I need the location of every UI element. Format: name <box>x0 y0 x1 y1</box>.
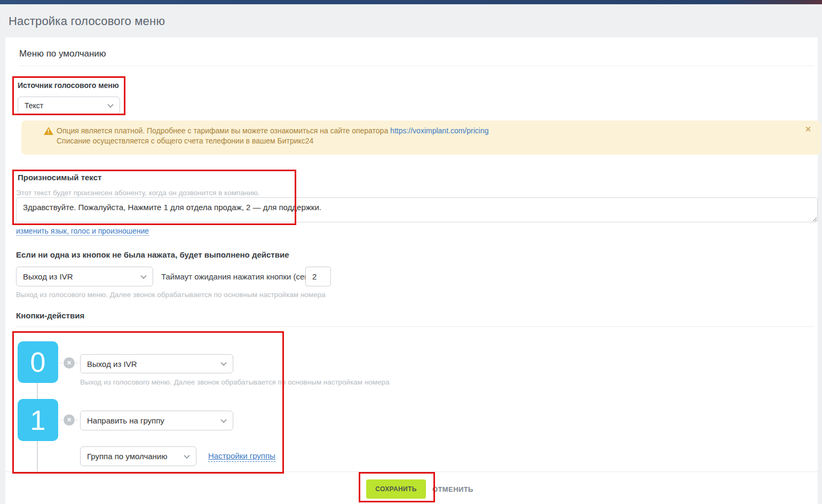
source-label: Источник голосового меню <box>18 81 119 90</box>
connector-dash <box>60 363 62 363</box>
card-title: Меню по умолчанию <box>19 49 106 59</box>
no-press-hint: Выход из голосового меню. Далее звонок о… <box>16 291 326 299</box>
warning-exclamation: ! <box>48 128 50 134</box>
save-button[interactable]: СОХРАНИТЬ <box>366 479 426 499</box>
key0-hint: Выход из голосового меню. Далее звонок о… <box>80 378 390 386</box>
key1-action-value: Направить на группу <box>87 416 164 425</box>
key0-action-value: Выход из IVR <box>87 359 137 369</box>
chevron-down-icon <box>220 360 226 366</box>
digit-key-1[interactable]: 1 <box>18 399 58 441</box>
speech-text-input[interactable]: Здравствуйте. Пожалуйста, Нажмите 1 для … <box>16 197 818 222</box>
chevron-down-icon <box>107 101 113 107</box>
key0-action-select[interactable]: Выход из IVR <box>80 354 233 373</box>
pricing-link[interactable]: https://voximplant.com/pricing <box>390 126 488 135</box>
page-title: Настройка голосового меню <box>9 14 165 28</box>
chevron-down-icon <box>184 452 189 458</box>
source-select[interactable]: Текст <box>18 97 120 114</box>
key1-group-select[interactable]: Группа по умолчанию <box>80 446 196 466</box>
actions-label: Кнопки-действия <box>16 311 84 320</box>
no-press-label: Если ни одна из кнопок не была нажата, б… <box>16 250 289 259</box>
key1-action-select[interactable]: Направить на группу <box>80 411 233 430</box>
settings-card: Меню по умолчанию Источник голосового ме… <box>5 37 818 504</box>
timeout-input[interactable] <box>305 267 331 286</box>
divider <box>19 66 815 66</box>
speech-hint: Этот текст будет произнесен абоненту, ко… <box>16 189 260 197</box>
connector-dash <box>76 363 78 363</box>
timeout-label: Таймаут ожидания нажатия кнопки (сек): <box>161 272 313 281</box>
connector-dash <box>60 420 62 420</box>
chevron-down-icon <box>220 417 226 422</box>
connector-line <box>37 383 38 399</box>
top-navy-bar <box>0 0 822 4</box>
banner-line1: Опция является платной. Подробнее с тари… <box>57 126 390 135</box>
no-press-action-value: Выход из IVR <box>23 272 73 281</box>
paid-option-banner: ! Опция является платной. Подробнее с та… <box>21 121 821 155</box>
cancel-button[interactable]: ОТМЕНИТЬ <box>432 485 473 493</box>
speech-label: Произносимый текст <box>18 173 101 182</box>
change-voice-link[interactable]: изменить язык, голос и произношение <box>16 227 149 236</box>
divider <box>16 326 815 327</box>
banner-text: Опция является платной. Подробнее с тари… <box>57 126 489 146</box>
group-settings-link[interactable]: Настройки группы <box>208 451 275 462</box>
voice-menu-settings-page: Настройка голосового меню Меню по умолча… <box>0 0 822 504</box>
chevron-down-icon <box>140 273 146 278</box>
close-icon[interactable]: ✕ <box>805 125 811 133</box>
connector-line <box>37 441 38 472</box>
source-select-value: Текст <box>25 101 43 110</box>
no-press-action-select[interactable]: Выход из IVR <box>16 267 153 286</box>
footer-divider <box>5 471 818 472</box>
connector-dash <box>76 420 78 420</box>
digit-key-0[interactable]: 0 <box>18 341 58 383</box>
remove-icon[interactable]: ✕ <box>64 414 75 426</box>
key1-group-value: Группа по умолчанию <box>87 452 168 461</box>
banner-line2: Списание осуществляется с общего счета т… <box>57 137 313 145</box>
remove-icon[interactable]: ✕ <box>64 357 75 369</box>
